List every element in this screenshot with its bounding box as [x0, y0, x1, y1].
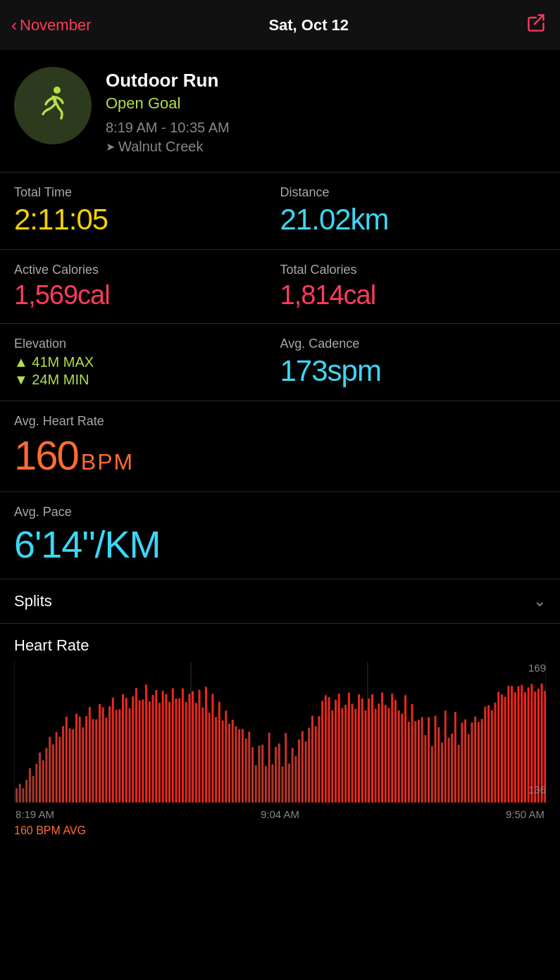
- run-icon: [30, 83, 75, 128]
- page-title: Sat, Oct 12: [268, 16, 349, 34]
- svg-rect-12: [39, 753, 41, 803]
- svg-rect-49: [162, 691, 164, 803]
- avg-cadence-label: Avg. Cadence: [280, 337, 547, 351]
- chart-x-label-2: 9:04 AM: [261, 808, 299, 820]
- svg-rect-37: [122, 694, 124, 803]
- svg-rect-88: [292, 748, 294, 803]
- svg-rect-148: [491, 710, 493, 803]
- svg-rect-117: [388, 708, 390, 803]
- svg-rect-20: [66, 717, 68, 803]
- svg-rect-74: [245, 739, 247, 803]
- total-cal-label: Total Calories: [280, 263, 547, 277]
- distance-label: Distance: [280, 185, 547, 200]
- svg-rect-38: [125, 698, 127, 803]
- chevron-left-icon: ‹: [11, 15, 17, 35]
- svg-rect-134: [444, 710, 447, 803]
- svg-rect-24: [79, 717, 81, 803]
- splits-label: Splits: [14, 592, 52, 610]
- svg-rect-107: [354, 709, 356, 803]
- svg-rect-137: [454, 712, 456, 803]
- svg-rect-54: [178, 698, 180, 803]
- svg-rect-50: [165, 694, 167, 803]
- svg-rect-22: [72, 729, 74, 803]
- svg-rect-121: [401, 714, 403, 803]
- svg-rect-61: [201, 708, 204, 803]
- avg-heart-value: 160: [14, 432, 78, 479]
- svg-rect-32: [105, 717, 107, 803]
- svg-rect-35: [116, 710, 118, 803]
- svg-rect-6: [19, 784, 21, 803]
- svg-rect-58: [192, 691, 194, 803]
- back-button[interactable]: ‹ November: [11, 15, 91, 35]
- elevation-min: ▼ 24M MIN: [14, 372, 280, 388]
- time-distance-section: Total Time 2:11:05 Distance 21.02km: [0, 172, 560, 250]
- svg-rect-23: [75, 714, 77, 803]
- chart-x-label-3: 9:50 AM: [506, 808, 545, 820]
- svg-rect-83: [275, 747, 277, 803]
- svg-rect-14: [45, 748, 47, 803]
- svg-rect-55: [182, 689, 184, 803]
- elevation-cadence-section: Elevation ▲ 41M MAX ▼ 24M MIN Avg. Caden…: [0, 324, 560, 401]
- svg-rect-119: [394, 700, 397, 803]
- bpm-unit: BPM: [81, 449, 134, 475]
- svg-rect-111: [368, 698, 370, 803]
- svg-rect-9: [29, 768, 31, 803]
- svg-rect-99: [328, 697, 330, 803]
- share-button[interactable]: [526, 13, 546, 37]
- svg-rect-44: [145, 684, 147, 803]
- svg-rect-43: [142, 700, 144, 803]
- svg-rect-129: [428, 717, 430, 803]
- svg-rect-144: [478, 722, 480, 803]
- svg-rect-101: [335, 700, 337, 803]
- svg-rect-36: [118, 710, 120, 803]
- svg-rect-127: [421, 717, 423, 803]
- svg-rect-11: [35, 764, 37, 803]
- svg-rect-102: [338, 693, 340, 803]
- svg-rect-71: [235, 726, 237, 803]
- svg-rect-53: [175, 698, 178, 803]
- svg-rect-59: [195, 703, 197, 803]
- svg-rect-81: [268, 733, 270, 803]
- svg-rect-41: [135, 688, 137, 803]
- heart-rate-chart-svg: [14, 662, 546, 803]
- svg-rect-60: [199, 690, 201, 803]
- svg-rect-126: [418, 720, 420, 803]
- svg-rect-112: [371, 694, 373, 803]
- chart-avg-label: 160 BPM AVG: [14, 824, 546, 837]
- svg-rect-84: [278, 743, 280, 803]
- svg-rect-124: [411, 704, 413, 803]
- distance-stat: Distance 21.02km: [280, 185, 547, 237]
- svg-rect-66: [218, 702, 220, 803]
- svg-rect-125: [414, 721, 416, 803]
- svg-rect-17: [56, 732, 58, 803]
- svg-rect-7: [22, 788, 24, 803]
- splits-section[interactable]: Splits ⌄: [0, 579, 560, 624]
- avg-pace-label: Avg. Pace: [14, 505, 546, 520]
- svg-rect-19: [62, 726, 64, 803]
- svg-rect-40: [132, 696, 134, 803]
- avg-cadence-stat: Avg. Cadence 173spm: [280, 337, 547, 388]
- svg-rect-153: [507, 686, 509, 803]
- svg-rect-156: [518, 686, 520, 803]
- svg-rect-27: [89, 707, 91, 803]
- svg-rect-110: [364, 710, 366, 803]
- svg-rect-105: [348, 692, 350, 803]
- svg-rect-25: [82, 727, 84, 803]
- svg-rect-56: [185, 702, 187, 803]
- chart-title: Heart Rate: [14, 636, 546, 655]
- svg-rect-18: [58, 737, 61, 803]
- svg-rect-131: [435, 716, 437, 803]
- svg-rect-46: [151, 695, 154, 803]
- chart-x-label-1: 8:19 AM: [15, 808, 54, 820]
- avg-pace-value: 6'14"/KM: [14, 522, 546, 566]
- total-time-label: Total Time: [14, 185, 280, 200]
- chevron-down-icon: ⌄: [533, 592, 546, 610]
- distance-value: 21.02km: [280, 203, 547, 237]
- elevation-values: ▲ 41M MAX ▼ 24M MIN: [14, 354, 280, 388]
- svg-rect-29: [95, 719, 97, 803]
- heart-rate-chart-section: Heart Rate 169 136 8:19 AM 9:04 AM 9:50 …: [0, 624, 560, 824]
- svg-rect-147: [487, 705, 490, 803]
- total-cal-value: 1,814cal: [280, 280, 547, 310]
- elevation-label: Elevation: [14, 337, 280, 351]
- workout-info: Outdoor Run Open Goal 8:19 AM - 10:35 AM…: [106, 67, 546, 155]
